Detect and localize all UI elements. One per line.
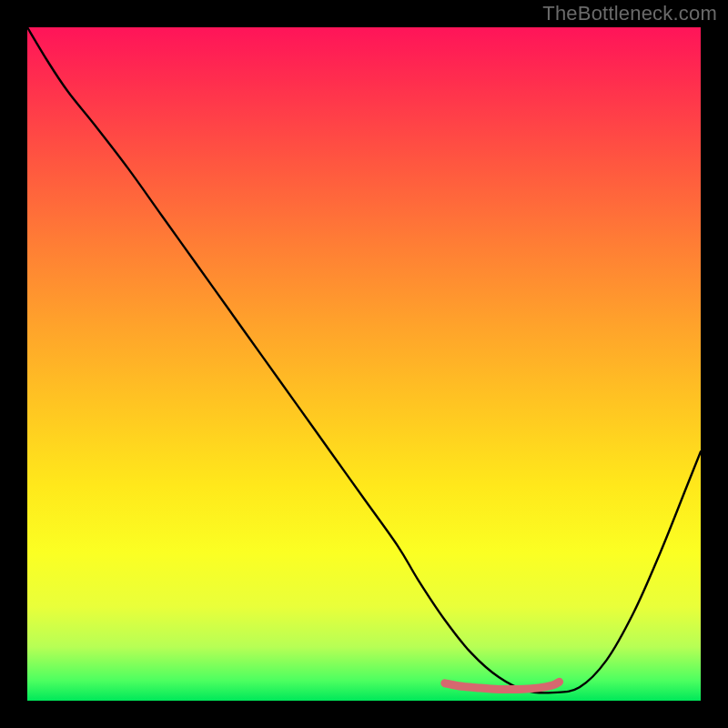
- watermark-text: TheBottleneck.com: [542, 2, 717, 25]
- optimal-range-marker-path: [445, 682, 560, 689]
- bottleneck-curve-path: [27, 27, 701, 693]
- chart-container: TheBottleneck.com: [0, 0, 728, 728]
- curve-svg: [27, 27, 701, 701]
- plot-area: [27, 27, 701, 701]
